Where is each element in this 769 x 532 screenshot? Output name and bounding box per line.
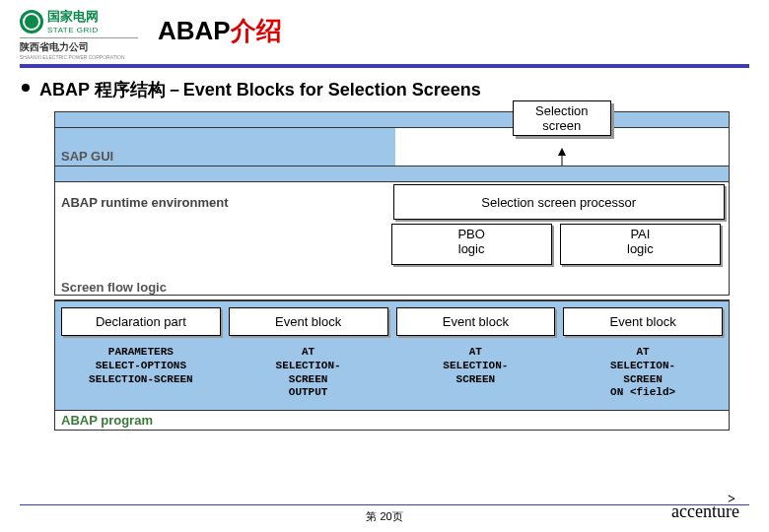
pai-l1: PAI: [561, 227, 720, 241]
accenture-chevron-icon: >: [728, 492, 735, 507]
footer-line: [20, 504, 749, 505]
selection-screen-box: Selection screen: [513, 100, 611, 136]
code-box-1: ATSELECTION-SCREENOUTPUT: [229, 342, 388, 408]
abap-program-layer: Declaration part Event block Event block…: [54, 300, 730, 431]
title-red: 介绍: [231, 16, 282, 45]
page-number: 第 20页: [30, 509, 739, 524]
code-box-2: ATSELECTION-SCREEN: [396, 342, 556, 408]
code-box-3: ATSELECTION-SCREENON <field>: [563, 342, 723, 408]
slide-header: 国家电网 STATE GRID 陕西省电力公司 SHAANXI ELECTRIC…: [0, 0, 769, 60]
bullet-heading: ABAP 程序结构－Event Blocks for Selection Scr…: [0, 68, 769, 107]
logo-cn: 国家电网: [47, 8, 99, 26]
sel-l1: Selection: [514, 103, 610, 118]
sap-gui-layer: SAP GUI Selection screen: [54, 111, 730, 166]
code-box-0: PARAMETERSSELECT-OPTIONSSELECTION-SCREEN: [61, 342, 221, 408]
pbo-box: PBO logic: [391, 224, 552, 265]
declaration-box: Declaration part: [61, 307, 221, 336]
architecture-diagram: SAP GUI Selection screen ABAP runtime en…: [54, 111, 730, 431]
event-block-2: Event block: [396, 307, 556, 336]
runtime-layer: ABAP runtime environment Selection scree…: [54, 166, 730, 295]
slide-title: ABAP介绍: [158, 8, 282, 48]
event-block-1: Event block: [229, 307, 388, 336]
selection-screen-area: Selection screen: [395, 128, 730, 166]
event-block-3: Event block: [563, 307, 723, 336]
arrow-head-icon: [558, 148, 566, 156]
pai-l2: logic: [561, 241, 720, 256]
title-black: ABAP: [158, 16, 231, 45]
sap-gui-top-bar: [55, 112, 729, 128]
flow-logic-label: Screen flow logic: [55, 267, 729, 295]
logo-sub-cn: 陕西省电力公司: [20, 40, 138, 54]
sap-gui-label: SAP GUI: [55, 128, 395, 166]
accenture-logo: > accenture: [671, 501, 739, 522]
runtime-top-bar: [55, 166, 729, 182]
abap-program-label: ABAP program: [55, 411, 729, 430]
state-grid-icon: [20, 10, 43, 33]
slide-footer: 第 20页 > accenture: [0, 504, 769, 524]
logo-sub-en: SHAANXI ELECTRIC POWER CORPORATION: [20, 54, 138, 60]
company-logo-block: 国家电网 STATE GRID 陕西省电力公司 SHAANXI ELECTRIC…: [20, 8, 138, 60]
logo-en: STATE GRID: [47, 26, 99, 34]
runtime-label: ABAP runtime environment: [55, 182, 391, 222]
pbo-l2: logic: [392, 241, 551, 256]
selection-processor-box: Selection screen processor: [393, 184, 726, 220]
pai-box: PAI logic: [560, 224, 721, 265]
sel-l2: screen: [514, 118, 610, 133]
event-row: Declaration part Event block Event block…: [61, 307, 723, 336]
pbo-l1: PBO: [392, 227, 551, 241]
code-row: PARAMETERSSELECT-OPTIONSSELECTION-SCREEN…: [61, 342, 723, 408]
